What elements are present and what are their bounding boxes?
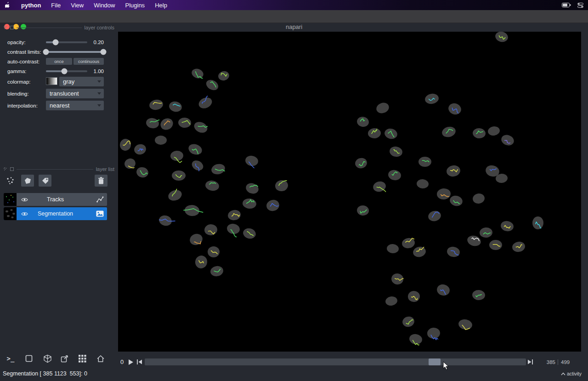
colormap-gradient-thumbnail: [46, 77, 57, 85]
dims-axis-label: 0: [120, 358, 124, 365]
roll-dimensions-button[interactable]: [40, 352, 54, 365]
blending-label: blending:: [7, 91, 29, 97]
opacity-slider[interactable]: [46, 41, 87, 43]
gamma-value: 1.00: [89, 68, 104, 74]
undock-panel-icon[interactable]: [4, 26, 7, 29]
activity-toggle[interactable]: activity: [561, 371, 582, 376]
blending-row: blending: translucent: [0, 89, 118, 99]
new-labels-layer-button[interactable]: [39, 175, 51, 187]
delete-layer-button[interactable]: [95, 175, 107, 187]
layer-row-segmentation[interactable]: Segmentation: [4, 207, 107, 220]
contrast-limits-label: contrast limits:: [7, 49, 41, 55]
float-panel-icon[interactable]: [10, 167, 14, 171]
canvas-svg: [118, 32, 581, 352]
current-frame: 385: [544, 359, 555, 365]
interpolation-value: nearest: [50, 102, 69, 109]
auto-contrast-continuous-button[interactable]: continuous: [74, 58, 104, 65]
layer-controls-header: layer controls: [4, 25, 114, 30]
square-2d-icon: [25, 355, 33, 362]
gamma-slider[interactable]: [46, 70, 87, 72]
layer-row-tracks[interactable]: Tracks: [4, 193, 107, 206]
apple-menu[interactable]: [0, 0, 16, 10]
colormap-dropdown[interactable]: gray: [59, 77, 104, 86]
ndisplay-toggle-button[interactable]: [22, 352, 36, 365]
status-coordinates: Segmentation [ 385 1123 553]: 0: [3, 370, 87, 377]
frame-divider: [558, 359, 558, 365]
header-divider: [17, 169, 93, 170]
float-panel-icon[interactable]: [10, 26, 14, 29]
grid-icon: [79, 355, 86, 363]
layer-name: Segmentation: [4, 210, 107, 217]
undock-panel-icon[interactable]: [4, 167, 7, 171]
gamma-row: gamma: 1.00: [0, 67, 118, 76]
opacity-value: 0.20: [89, 40, 104, 45]
home-icon: [96, 355, 105, 363]
auto-contrast-row: auto-contrast: once continuous: [0, 57, 118, 66]
blending-dropdown[interactable]: translucent: [46, 89, 104, 98]
tag-icon: [42, 177, 49, 184]
new-shapes-layer-button[interactable]: [21, 175, 34, 187]
gamma-label: gamma:: [7, 68, 27, 74]
skip-to-start-button[interactable]: [137, 359, 142, 364]
chevron-down-icon: [97, 80, 101, 83]
contrast-row: contrast limits:: [0, 47, 118, 57]
transpose-dimensions-button[interactable]: [58, 352, 72, 365]
auto-contrast-once-button[interactable]: once: [46, 58, 72, 65]
total-frames: 499: [561, 359, 570, 365]
menubar-app-name[interactable]: python: [16, 0, 46, 10]
play-button[interactable]: [129, 359, 133, 365]
frame-slider-handle[interactable]: [429, 358, 441, 365]
opacity-label: opacity:: [7, 40, 26, 45]
console-icon: >_: [7, 355, 15, 362]
colormap-label: colormap:: [7, 79, 31, 85]
skip-to-end-button[interactable]: [528, 359, 533, 364]
home-button[interactable]: [94, 352, 107, 365]
opacity-row: opacity: 0.20: [0, 38, 118, 47]
grid-view-button[interactable]: [75, 352, 89, 365]
menu-plugins[interactable]: Plugins: [120, 0, 150, 10]
contrast-limits-slider[interactable]: [46, 51, 103, 53]
frame-slider[interactable]: [145, 358, 526, 365]
menu-window[interactable]: Window: [89, 0, 120, 10]
apple-icon: [5, 2, 11, 9]
menu-view[interactable]: View: [66, 0, 89, 10]
opacity-slider-handle[interactable]: [52, 40, 58, 45]
activity-label: activity: [567, 371, 582, 376]
chevron-up-icon: [561, 372, 565, 375]
control-center-icon[interactable]: [577, 3, 583, 8]
interpolation-dropdown[interactable]: nearest: [46, 101, 104, 110]
skip-start-icon: [137, 359, 142, 364]
chevron-down-icon: [97, 92, 101, 95]
colormap-value: gray: [63, 78, 74, 85]
mouse-cursor: [443, 361, 449, 370]
cube-icon: [43, 354, 52, 363]
interpolation-row: interpolation: nearest: [0, 101, 118, 111]
image-layer-icon: [96, 210, 104, 217]
skip-end-icon: [528, 359, 533, 364]
menu-help[interactable]: Help: [150, 0, 172, 10]
tracks-layer-icon: [96, 196, 104, 203]
layer-list-header: layer list: [4, 166, 114, 172]
transpose-icon: [61, 354, 69, 363]
play-icon: [129, 359, 133, 365]
new-points-layer-button[interactable]: [4, 175, 17, 187]
viewer-canvas[interactable]: [118, 32, 581, 352]
trash-icon: [98, 177, 104, 184]
contrast-low-handle[interactable]: [43, 49, 49, 55]
gamma-slider-handle[interactable]: [61, 68, 67, 74]
points-icon: [6, 176, 14, 185]
contrast-high-handle[interactable]: [101, 49, 107, 55]
window-title: napari: [286, 23, 302, 30]
battery-icon[interactable]: [562, 3, 571, 7]
layer-controls-title: layer controls: [85, 25, 114, 30]
macos-menubar: python File View Window Plugins Help: [0, 0, 588, 10]
shapes-icon: [24, 177, 31, 184]
colormap-row: colormap: gray: [0, 77, 118, 87]
interpolation-label: interpolation:: [7, 103, 38, 108]
console-button[interactable]: >_: [4, 352, 17, 365]
menu-file[interactable]: File: [46, 0, 66, 10]
blending-value: translucent: [50, 90, 79, 97]
contrast-range-fill: [46, 51, 103, 53]
chevron-down-icon: [97, 104, 101, 107]
window-titlebar[interactable]: napari: [0, 10, 588, 23]
